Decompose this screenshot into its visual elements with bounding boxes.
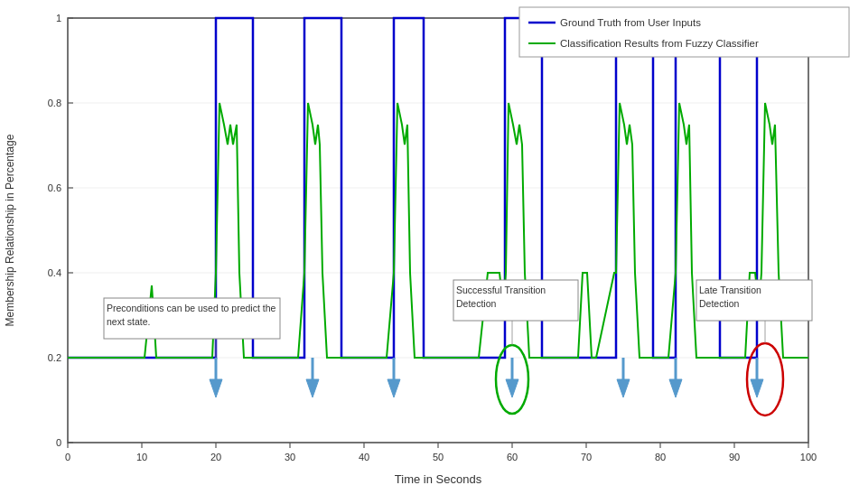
x-tick-30: 30	[285, 452, 295, 462]
preconditions-text-1: Preconditions can be used to predict the	[107, 303, 276, 313]
legend-label-green: Classification Results from Fuzzy Classi…	[560, 38, 759, 49]
svg-rect-1	[68, 18, 808, 443]
successful-transition-text-1: Successful Transition	[456, 285, 546, 295]
main-chart: 0 10 20 30 40 50 60 70 80 90 100	[0, 0, 859, 504]
preconditions-text-2: next state.	[107, 316, 150, 327]
x-tick-80: 80	[655, 452, 666, 462]
x-tick-70: 70	[581, 452, 592, 462]
legend-label-blue: Ground Truth from User Inputs	[560, 17, 701, 28]
y-tick-10: 1	[56, 13, 61, 23]
x-tick-40: 40	[359, 452, 369, 462]
x-tick-10: 10	[136, 452, 147, 462]
y-tick-02: 0.2	[48, 352, 61, 363]
x-axis-label: Time in Seconds	[395, 472, 482, 486]
x-tick-100: 100	[800, 452, 817, 462]
y-tick-0: 0	[56, 437, 61, 448]
x-tick-20: 20	[210, 452, 221, 462]
x-tick-50: 50	[433, 452, 444, 462]
y-tick-04: 0.4	[48, 267, 61, 278]
x-tick-90: 90	[729, 452, 740, 462]
successful-transition-text-2: Detection	[456, 298, 497, 309]
chart-container: 0 10 20 30 40 50 60 70 80 90 100	[0, 0, 859, 504]
x-tick-0: 0	[65, 452, 70, 462]
y-tick-08: 0.8	[48, 98, 61, 108]
late-transition-text-1: Late Transition	[699, 285, 761, 295]
x-tick-60: 60	[507, 452, 518, 462]
late-transition-text-2: Detection	[699, 298, 740, 309]
y-tick-06: 0.6	[48, 182, 61, 193]
y-axis-label: Membership Relationship in Percentage	[4, 134, 16, 326]
legend-box	[519, 7, 849, 57]
